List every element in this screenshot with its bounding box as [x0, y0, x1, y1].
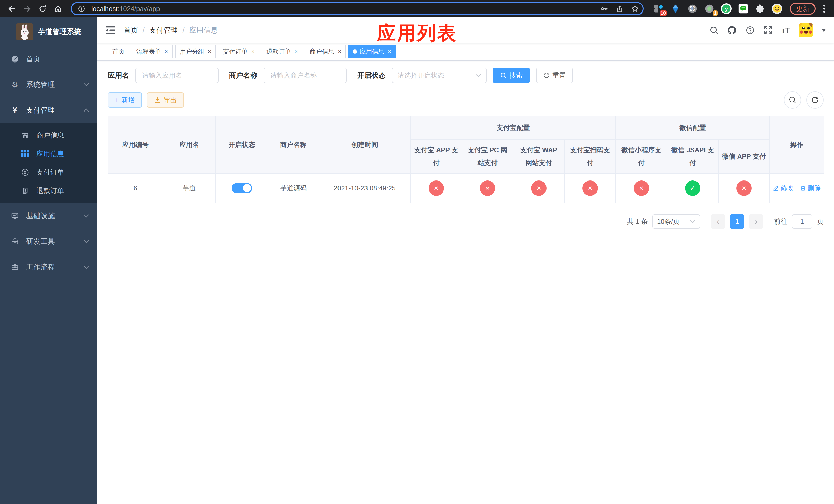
yen-icon: ¥: [10, 106, 20, 115]
tab-user-group[interactable]: 用户分组×: [175, 45, 216, 58]
browser-profile-avatar[interactable]: [771, 3, 783, 14]
extension-tree-icon[interactable]: 1: [704, 3, 715, 14]
tags-view-bar: 首页 流程表单× 用户分组× 支付订单× 退款订单× 商户信息× 应用信息×: [97, 43, 834, 61]
col-alipay-wap: 支付宝 WAP 网站支付: [513, 139, 565, 174]
reload-icon[interactable]: [36, 2, 49, 15]
cell-app-id: 6: [108, 174, 163, 203]
chevron-down-icon: [84, 240, 89, 243]
fullscreen-icon[interactable]: [764, 26, 773, 35]
chevron-down-icon: [476, 74, 481, 77]
chevron-down-icon: [84, 265, 89, 269]
edit-pencil-icon: [773, 185, 779, 191]
breadcrumb-payment[interactable]: 支付管理: [149, 25, 178, 35]
col-app-id: 应用编号: [108, 116, 163, 174]
page-1-button[interactable]: 1: [730, 214, 744, 229]
app-name-input[interactable]: [135, 68, 219, 83]
next-page-button[interactable]: ›: [749, 214, 763, 229]
merchant-name-label: 商户名称: [229, 70, 258, 80]
help-question-icon[interactable]: [746, 26, 755, 35]
font-size-icon[interactable]: тT: [782, 26, 790, 35]
col-app-name: 应用名: [163, 116, 216, 174]
tab-app-info[interactable]: 应用信息×: [348, 45, 396, 58]
extension-grid-icon[interactable]: 10: [653, 3, 664, 14]
extension-yuque-icon[interactable]: y: [721, 3, 732, 14]
status-circle: ✓: [685, 181, 700, 196]
share-icon[interactable]: [614, 3, 625, 14]
refresh-table-button[interactable]: [806, 91, 824, 109]
toolbox-icon: [10, 263, 20, 271]
page-size-select[interactable]: 10条/页: [653, 214, 700, 229]
navbar-actions: тT: [710, 23, 826, 38]
header-search-icon[interactable]: [710, 26, 718, 35]
sidebar-item-merchant-info[interactable]: 商户信息: [0, 126, 97, 144]
tab-process-form[interactable]: 流程表单×: [132, 45, 173, 58]
avatar-caret-icon[interactable]: [822, 29, 826, 31]
export-button[interactable]: 导出: [147, 92, 184, 108]
close-icon[interactable]: ×: [251, 48, 255, 55]
cell-alipay-app: ×: [411, 174, 462, 203]
collapse-sidebar-icon[interactable]: [106, 26, 115, 35]
browser-menu-kebab-icon[interactable]: [820, 2, 829, 15]
status-circle: ×: [583, 181, 598, 196]
cell-alipay-qr: ×: [565, 174, 616, 203]
forward-icon[interactable]: [21, 2, 34, 15]
sidebar-item-infrastructure[interactable]: 基础设施: [0, 203, 97, 229]
extension-command-icon[interactable]: ⌘: [687, 3, 698, 14]
github-icon[interactable]: [727, 25, 737, 35]
sidebar-item-dev-tools[interactable]: 研发工具: [0, 229, 97, 254]
prev-page-button[interactable]: ‹: [711, 214, 725, 229]
tab-refund-orders[interactable]: 退款订单×: [262, 45, 303, 58]
cell-merchant: 芋道源码: [268, 174, 319, 203]
bookmark-star-icon[interactable]: [629, 3, 641, 14]
extension-kite-icon[interactable]: [670, 3, 681, 14]
merchant-name-input[interactable]: [264, 68, 347, 83]
refresh-icon: [811, 96, 819, 104]
enabled-toggle[interactable]: [232, 183, 252, 193]
close-icon[interactable]: ×: [338, 48, 341, 55]
sidebar-item-home[interactable]: 首页: [0, 46, 97, 72]
delete-link[interactable]: 删除: [800, 184, 821, 193]
sidebar: 芋道管理系统 首页 ⚙ 系统管理 ¥ 支付管理: [0, 18, 97, 504]
user-avatar[interactable]: [798, 23, 813, 38]
sidebar-item-system[interactable]: ⚙ 系统管理: [0, 72, 97, 97]
close-icon[interactable]: ×: [388, 48, 391, 55]
search-button[interactable]: 搜索: [493, 68, 530, 83]
status-circle: ×: [531, 181, 547, 196]
sidebar-item-pay-orders[interactable]: 支付订单: [0, 163, 97, 182]
breadcrumb-home[interactable]: 首页: [124, 25, 138, 35]
site-info-icon[interactable]: [76, 3, 87, 14]
cell-status: [216, 174, 268, 203]
table-row: 6 芋道 芋道源码 2021-10-23 08:49:25 × × × × × …: [108, 174, 824, 203]
extension-chat-icon[interactable]: [738, 3, 749, 14]
gear-icon: ⚙: [10, 80, 20, 89]
address-bar[interactable]: localhost:1024/pay/app: [71, 2, 644, 15]
close-icon[interactable]: ×: [164, 48, 168, 55]
tab-pay-orders[interactable]: 支付订单×: [219, 45, 259, 58]
close-icon[interactable]: ×: [208, 48, 211, 55]
close-icon[interactable]: ×: [295, 48, 298, 55]
status-select[interactable]: 请选择开启状态: [392, 68, 487, 83]
search-form: 应用名 商户名称 开启状态 请选择开启状态 搜索 重置: [108, 68, 824, 83]
back-icon[interactable]: [5, 2, 19, 15]
goto-page-input[interactable]: [792, 214, 812, 229]
sidebar-item-payment[interactable]: ¥ 支付管理: [0, 97, 97, 123]
reset-button[interactable]: 重置: [536, 68, 573, 83]
sidebar-item-app-info[interactable]: 应用信息: [0, 144, 97, 163]
extensions-row: 10 ⌘ 1 y: [653, 3, 783, 14]
url-text[interactable]: localhost:1024/pay/app: [91, 5, 594, 13]
tab-merchant-info[interactable]: 商户信息×: [305, 45, 346, 58]
refresh-icon: [543, 72, 550, 79]
add-button[interactable]: +新增: [108, 92, 142, 108]
password-key-icon[interactable]: [598, 3, 610, 14]
tab-home[interactable]: 首页: [108, 45, 129, 58]
sidebar-item-refund-orders[interactable]: 退款订单: [0, 182, 97, 200]
cell-created: 2021-10-23 08:49:25: [319, 174, 411, 203]
edit-link[interactable]: 修改: [773, 184, 794, 193]
home-icon[interactable]: [51, 2, 65, 15]
browser-update-button[interactable]: 更新: [790, 3, 815, 15]
goto-label: 前往: [774, 217, 787, 226]
toggle-search-button[interactable]: [784, 91, 801, 109]
extensions-puzzle-icon[interactable]: [754, 3, 766, 14]
cell-alipay-wap: ×: [513, 174, 565, 203]
sidebar-item-workflow[interactable]: 工作流程: [0, 254, 97, 280]
